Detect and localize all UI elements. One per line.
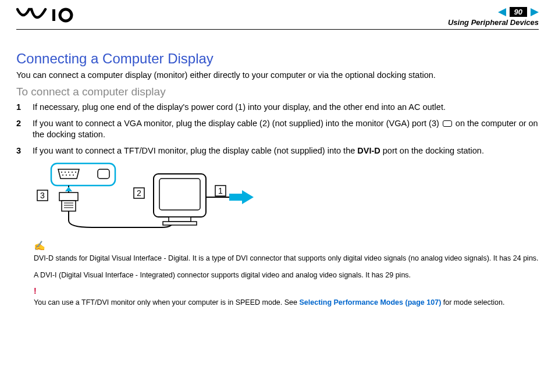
svg-point-1 — [60, 9, 72, 21]
svg-rect-15 — [59, 193, 78, 201]
svg-rect-25 — [169, 217, 191, 222]
svg-point-9 — [66, 174, 67, 176]
step-3: If you want to connect a TFT/DVI monitor… — [16, 145, 539, 157]
page-header: 90 Using Peripheral Devices — [16, 7, 539, 30]
svg-point-11 — [73, 174, 74, 176]
svg-point-6 — [72, 172, 73, 173]
diagram-label-2: 2 — [137, 188, 141, 198]
page-number: 90 — [510, 7, 527, 17]
svg-point-10 — [69, 174, 70, 176]
steps-list: If necessary, plug one end of the displa… — [16, 102, 539, 156]
warning-post: for mode selection. — [441, 298, 504, 307]
vga-port-icon — [443, 120, 452, 127]
svg-point-5 — [68, 172, 69, 173]
note-icon: ✍ — [34, 240, 539, 251]
step-1: If necessary, plug one end of the displa… — [16, 102, 539, 113]
connection-diagram: 3 2 1 — [34, 162, 539, 234]
svg-point-3 — [61, 172, 62, 173]
warning-icon: ! — [34, 286, 539, 295]
step-3-text-c: port on the docking station. — [380, 146, 484, 155]
page-title: Connecting a Computer Display — [16, 51, 539, 67]
lead-text: You can connect a computer display (moni… — [16, 70, 539, 80]
diagram-label-3: 3 — [40, 191, 45, 200]
procedure-subtitle: To connect a computer display — [16, 85, 539, 98]
warning-pre: You can use a TFT/DVI monitor only when … — [34, 298, 299, 307]
svg-rect-0 — [52, 9, 55, 21]
svg-rect-12 — [98, 169, 109, 179]
step-2-text-a: If you want to connect a VGA monitor, pl… — [33, 119, 442, 128]
svg-point-8 — [62, 174, 63, 176]
warning-text: You can use a TFT/DVI monitor only when … — [34, 298, 539, 308]
svg-point-4 — [65, 172, 66, 173]
step-2: If you want to connect a VGA monitor, pl… — [16, 118, 539, 141]
svg-rect-16 — [62, 201, 76, 211]
note-2: A DVI-I (Digital Visual Interface - Inte… — [34, 270, 539, 280]
svg-rect-2 — [51, 163, 115, 186]
svg-rect-27 — [229, 194, 242, 201]
note-1: DVI-D stands for Digital Visual Interfac… — [34, 254, 539, 263]
next-page-arrow-icon[interactable] — [531, 8, 539, 16]
prev-page-arrow-icon[interactable] — [498, 8, 506, 16]
svg-marker-21 — [65, 187, 72, 191]
step-3-text-a: If you want to connect a TFT/DVI monitor… — [33, 146, 357, 155]
svg-rect-24 — [159, 179, 200, 210]
performance-modes-link[interactable]: Selecting Performance Modes (page 107) — [299, 298, 441, 307]
vaio-logo — [16, 7, 80, 26]
section-name: Using Peripheral Devices — [448, 18, 539, 27]
diagram-label-1: 1 — [218, 186, 223, 195]
svg-point-7 — [75, 172, 76, 173]
step-3-bold: DVI-D — [357, 146, 380, 155]
svg-rect-26 — [163, 222, 197, 225]
svg-marker-28 — [242, 190, 254, 204]
